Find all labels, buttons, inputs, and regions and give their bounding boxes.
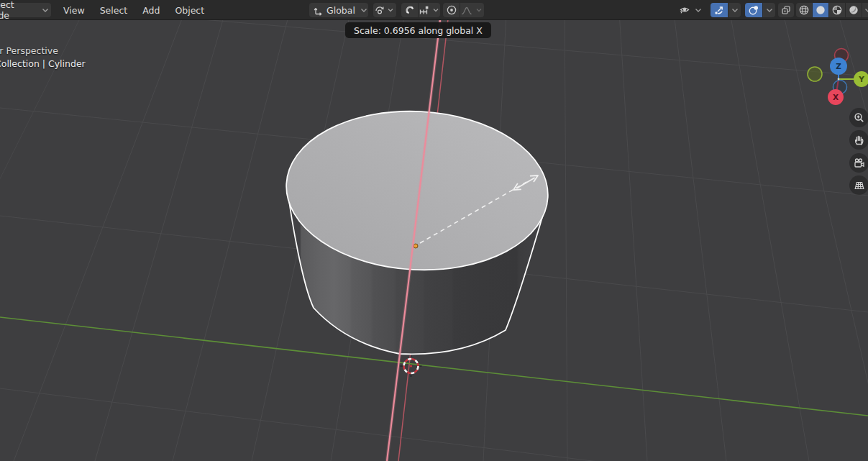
chevron-down-icon	[693, 8, 704, 13]
overlays-dropdown[interactable]	[763, 3, 775, 17]
camera-view-button[interactable]	[849, 153, 868, 173]
pan-button[interactable]	[849, 130, 868, 150]
xray-squares-icon	[780, 4, 792, 16]
gizmo-y-ball[interactable]: Y	[854, 71, 868, 87]
chevron-down-icon	[431, 8, 441, 13]
proportional-falloff-dropdown[interactable]	[460, 3, 484, 17]
mode-dropdown-label: Object Mode	[0, 0, 40, 21]
viewport-header: Object Mode View Select Add Object Globa…	[0, 0, 868, 20]
transform-status-text: Scale: 0.6956 along global X	[354, 25, 483, 36]
pivot-point-icon	[374, 4, 385, 16]
viewport-3d[interactable]	[0, 0, 868, 461]
shading-material-button[interactable]	[829, 3, 845, 17]
zoom-button[interactable]	[849, 108, 868, 127]
gizmos-group	[711, 3, 741, 17]
menu-select[interactable]: Select	[99, 5, 129, 16]
blender-window: Object Mode View Select Add Object Globa…	[0, 0, 868, 461]
menu-view[interactable]: View	[62, 5, 86, 16]
snap-increment-icon	[419, 5, 429, 16]
overlays-sphere-icon	[748, 4, 759, 16]
navigation-gizmo[interactable]: Z Y X	[804, 42, 868, 111]
header-menus: View Select Add Object	[62, 3, 206, 17]
camera-icon	[853, 157, 866, 170]
transform-orientation-dropdown[interactable]: Global	[309, 3, 368, 17]
gizmo-arrow-icon	[713, 4, 725, 16]
shading-dropdown[interactable]	[862, 3, 868, 17]
shading-rendered-button[interactable]	[846, 3, 862, 17]
chevron-down-icon	[40, 8, 51, 13]
proportional-editing-group	[443, 3, 484, 17]
overlays-toggle[interactable]	[745, 3, 762, 17]
proportional-dot-circle-icon	[446, 4, 457, 16]
shading-solid-button[interactable]	[813, 3, 828, 17]
xray-group	[778, 3, 794, 17]
hand-icon	[853, 134, 866, 147]
chevron-down-icon	[358, 8, 370, 13]
shading-wireframe-button[interactable]	[796, 3, 812, 17]
menu-object[interactable]: Object	[173, 5, 206, 16]
snap-toggle[interactable]	[401, 3, 418, 17]
gizmo-z-label: Z	[836, 62, 841, 70]
gizmo-x-ball[interactable]: X	[828, 89, 844, 105]
gizmos-dropdown[interactable]	[728, 3, 741, 17]
magnet-icon	[404, 4, 416, 16]
material-sphere-icon	[831, 4, 843, 16]
gizmos-toggle[interactable]	[711, 3, 728, 17]
grid-perspective-icon	[853, 179, 866, 192]
active-collection-object-label: Collection | Cylinder	[0, 58, 86, 69]
snapping-group	[401, 3, 440, 17]
wireframe-sphere-icon	[798, 4, 810, 16]
gizmo-y-label: Y	[858, 75, 864, 83]
eye-cursor-icon	[678, 4, 691, 17]
chevron-down-icon	[764, 8, 775, 13]
falloff-curve-icon	[461, 5, 472, 16]
shading-group	[796, 3, 868, 17]
chevron-down-icon	[729, 8, 741, 13]
magnifier-plus-icon	[853, 111, 866, 124]
xray-toggle[interactable]	[778, 3, 794, 17]
overlays-group	[745, 3, 775, 17]
chevron-down-icon	[385, 8, 396, 13]
chevron-down-icon	[862, 8, 868, 13]
mode-dropdown[interactable]: Object Mode	[0, 3, 51, 17]
view-perspective-label: User Perspective	[0, 45, 58, 56]
menu-add[interactable]: Add	[141, 5, 161, 16]
transform-orientation-label: Global	[326, 5, 355, 16]
proportional-editing-toggle[interactable]	[443, 3, 460, 17]
gizmo-neg-y-ball[interactable]	[808, 67, 822, 81]
rendered-sphere-icon	[848, 4, 859, 16]
toggle-perspective-button[interactable]	[849, 175, 868, 195]
axes-icon	[313, 5, 324, 16]
solid-sphere-icon	[815, 4, 826, 16]
pivot-point-dropdown[interactable]	[373, 3, 396, 17]
object-types-dropdown[interactable]	[678, 3, 704, 17]
chevron-down-icon	[474, 8, 484, 13]
snap-target-dropdown[interactable]	[419, 3, 440, 17]
gizmo-x-label: X	[833, 93, 839, 101]
gizmo-z-ball[interactable]: Z	[830, 58, 847, 75]
transform-status-tooltip: Scale: 0.6956 along global X	[345, 22, 491, 38]
